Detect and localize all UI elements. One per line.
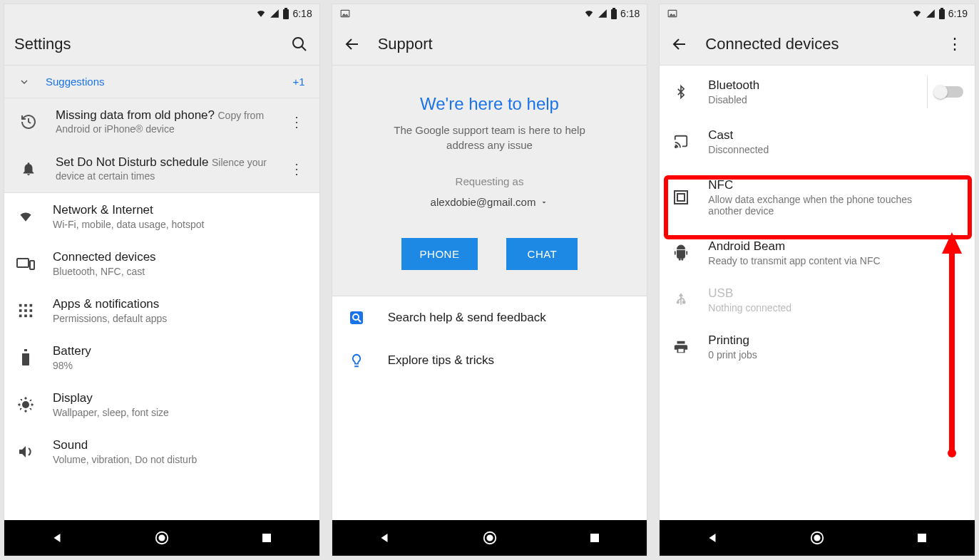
svg-rect-33 [939,9,945,19]
svg-rect-23 [611,9,617,19]
suggestions-header[interactable]: Suggestions +1 [4,66,319,98]
bluetooth-toggle[interactable] [935,86,963,98]
svg-point-20 [159,535,164,540]
explore-tips-row[interactable]: Explore tips & tricks [332,339,647,382]
svg-rect-13 [24,315,27,318]
bluetooth-row[interactable]: Bluetooth Disabled [660,66,975,118]
page-title: Support [378,35,433,53]
brightness-icon [16,395,36,415]
status-time: 6:18 [292,8,312,19]
item-title: Battery [53,344,308,358]
status-time: 6:18 [620,8,640,19]
battery-icon [282,8,289,19]
svg-rect-8 [30,304,33,307]
svg-rect-26 [350,311,363,324]
suggestions-label: Suggestions [46,76,277,88]
usb-icon [671,290,691,310]
app-bar: Connected devices ⋮ [660,23,975,66]
more-icon[interactable]: ⋮ [945,34,965,54]
support-headline: We're here to help [420,94,559,114]
search-help-icon [347,308,367,328]
settings-item-network[interactable]: Network & Internet Wi-Fi, mobile, data u… [4,193,319,240]
item-title: Network & Internet [53,203,308,217]
chevron-down-icon [19,76,30,88]
back-icon[interactable] [342,34,362,54]
svg-rect-42 [683,301,685,304]
suggestion-dnd[interactable]: Set Do Not Disturb schedule Silence your… [4,145,319,192]
svg-rect-37 [675,191,687,204]
settings-item-connected[interactable]: Connected devices Bluetooth, NFC, cast [4,240,319,287]
signal-icon [270,9,280,19]
nav-recents-icon[interactable] [584,527,605,549]
nav-home-icon[interactable] [479,527,501,549]
status-time: 6:19 [948,8,968,19]
support-subline: The Google support team is here to help … [383,123,597,152]
item-sub: Wallpaper, sleep, font size [53,407,308,418]
nav-back-icon[interactable] [702,527,723,549]
nav-back-icon[interactable] [46,527,68,549]
svg-rect-34 [940,8,943,9]
item-sub: 0 print jobs [708,349,963,361]
phone-support: 6:18 Support We're here to help The Goog… [332,4,647,556]
nfc-row[interactable]: NFC Allow data exchange when the phone t… [660,165,975,229]
svg-point-2 [293,38,303,48]
svg-rect-43 [679,349,684,353]
settings-item-battery[interactable]: Battery 98% [4,334,319,381]
row-label: Search help & send feedback [388,311,633,325]
devices-icon [16,254,36,274]
item-sub: 98% [53,360,308,371]
nav-recents-icon[interactable] [256,527,277,549]
settings-list: Suggestions +1 Missing data from old pho… [4,66,319,520]
item-title: Apps & notifications [53,297,308,311]
bell-icon [19,159,39,179]
suggestion-title: Missing data from old phone? [56,108,215,122]
account-selector[interactable]: alexdobie@gmail.com [431,196,549,208]
settings-item-sound[interactable]: Sound Volume, vibration, Do not disturb [4,428,319,475]
svg-rect-10 [24,309,27,312]
svg-rect-46 [918,534,926,542]
restore-icon [19,112,39,132]
back-icon[interactable] [670,34,690,54]
chat-button[interactable]: CHAT [506,238,578,270]
nav-back-icon[interactable] [374,527,395,549]
svg-rect-0 [283,9,289,19]
svg-rect-39 [675,251,676,255]
suggestion-missing-data[interactable]: Missing data from old phone? Copy from A… [4,98,319,145]
item-sub: Wi-Fi, mobile, data usage, hotspot [53,219,308,230]
svg-rect-11 [30,309,33,312]
cast-row[interactable]: Cast Disconnected [660,118,975,165]
android-beam-row[interactable]: Android Beam Ready to transmit app conte… [660,229,975,276]
item-title: NFC [708,178,946,192]
item-sub: Disabled [708,94,910,105]
bluetooth-icon [671,82,691,102]
page-title: Connected devices [705,35,839,53]
nfc-icon [671,187,691,207]
settings-item-display[interactable]: Display Wallpaper, sleep, font size [4,381,319,428]
android-icon [671,243,691,263]
battery-icon [938,8,945,19]
signal-icon [926,9,936,19]
page-title: Settings [14,35,71,53]
phone-button[interactable]: PHONE [401,238,478,270]
printing-row[interactable]: Printing 0 print jobs [660,323,975,370]
nav-recents-icon[interactable] [911,527,933,549]
more-icon[interactable]: ⋮ [288,160,305,177]
nav-home-icon[interactable] [151,527,173,549]
svg-rect-16 [24,349,27,351]
search-icon[interactable] [289,34,309,54]
apps-icon [16,301,36,321]
svg-line-3 [302,46,306,51]
app-bar: Support [332,23,647,66]
nav-home-icon[interactable] [806,527,828,549]
more-icon[interactable]: ⋮ [288,113,305,130]
settings-item-apps[interactable]: Apps & notifications Permissions, defaul… [4,287,319,334]
wifi-icon [583,9,595,19]
item-sub: Allow data exchange when the phone touch… [708,194,946,217]
search-help-row[interactable]: Search help & send feedback [332,296,647,339]
dropdown-icon [540,198,548,207]
image-notification-icon [667,9,678,19]
account-email: alexdobie@gmail.com [431,196,536,208]
item-title: Android Beam [708,239,963,254]
image-notification-icon [339,9,351,19]
svg-rect-9 [19,309,22,312]
